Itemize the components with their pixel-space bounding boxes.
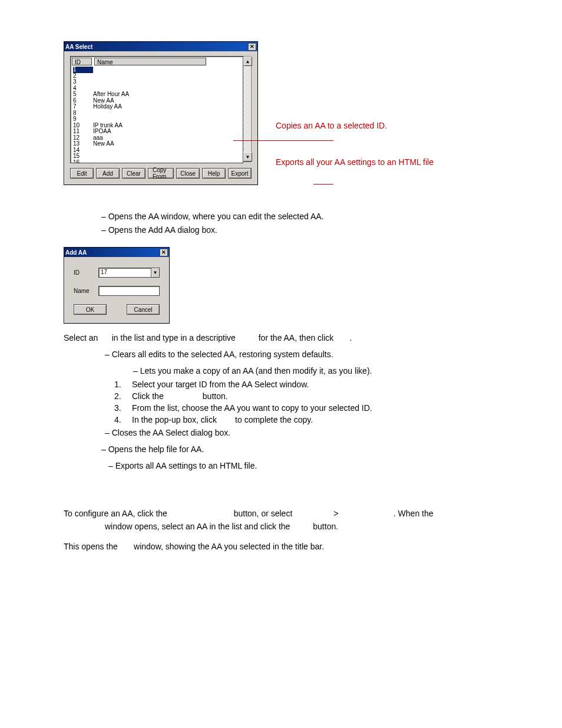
add-aa-window: Add AA ✕ ID 17 ▼ Name OK Cancel	[64, 247, 170, 324]
step-2: 2.Click the button.	[114, 391, 509, 401]
clear-button[interactable]: Clear	[122, 168, 146, 179]
list-row[interactable]: 15	[73, 153, 240, 160]
annotation-line	[313, 184, 333, 185]
step-1: 1.Select your target ID from the AA Sele…	[114, 380, 509, 389]
list-row[interactable]: 5After Hour AA	[73, 91, 240, 98]
desc-close: – Closes the AA Select dialog box.	[105, 427, 509, 440]
scroll-up-icon[interactable]: ▲	[243, 57, 252, 66]
chevron-down-icon[interactable]: ▼	[151, 268, 160, 278]
annotation-export: Exports all your AA settings to an HTML …	[276, 157, 434, 167]
desc-edit: – Opens the AA window, where you can edi…	[101, 210, 509, 223]
list-row[interactable]: 9	[73, 116, 240, 123]
help-button[interactable]: Help	[202, 168, 226, 179]
list-row[interactable]: 11IPOAA	[73, 129, 240, 135]
list-row[interactable]: 8	[73, 110, 240, 117]
list-row[interactable]: 1	[73, 67, 240, 73]
annotation-line	[233, 140, 333, 141]
ok-button[interactable]: OK	[74, 304, 107, 315]
edit-button[interactable]: Edit	[70, 168, 94, 179]
name-input[interactable]	[98, 286, 160, 296]
para-select-an: Select an in the list and type in a desc…	[64, 332, 509, 345]
add-aa-title: Add AA	[65, 249, 87, 256]
aa-select-window: AA Select ✕ ID Name 12345After Hour AA6N…	[64, 41, 258, 185]
step-3: 3.From the list, choose the AA you want …	[114, 403, 509, 413]
config-para-3: This opens the window, showing the AA yo…	[64, 541, 509, 554]
id-combobox[interactable]: 17 ▼	[98, 268, 160, 278]
desc-clear: – Clears all edits to the selected AA, r…	[105, 348, 509, 361]
aa-select-title: AA Select	[65, 44, 92, 50]
copy-from-button[interactable]: Copy From	[148, 168, 174, 179]
col-id-header[interactable]: ID	[72, 58, 92, 65]
export-button[interactable]: Export	[228, 168, 252, 179]
add-aa-titlebar[interactable]: Add AA ✕	[64, 248, 169, 257]
cancel-button[interactable]: Cancel	[127, 304, 160, 315]
config-para-2: window opens, select an AA in the list a…	[105, 521, 509, 533]
step-4: 4.In the pop-up box, click to complete t…	[114, 415, 509, 424]
list-row[interactable]: 14	[73, 147, 240, 154]
list-row[interactable]: 13New AA	[73, 141, 240, 147]
desc-copyfrom: – Lets you make a copy of an AA (and the…	[133, 365, 509, 378]
close-button[interactable]: Close	[176, 168, 200, 179]
list-row[interactable]: 3	[73, 79, 240, 85]
config-para-1: To configure an AA, click the button, or…	[64, 508, 509, 521]
desc-help: – Opens the help file for AA.	[101, 443, 509, 456]
close-icon[interactable]: ✕	[160, 249, 168, 256]
add-button[interactable]: Add	[96, 168, 120, 179]
close-icon[interactable]: ✕	[248, 43, 256, 51]
list-row[interactable]: 7Holiday AA	[73, 104, 240, 110]
col-name-header[interactable]: Name	[94, 58, 206, 65]
desc-add: – Opens the Add AA dialog box.	[101, 223, 509, 236]
aa-listbox[interactable]: ID Name 12345After Hour AA6New AA7Holida…	[70, 56, 243, 163]
id-value[interactable]: 17	[98, 268, 151, 278]
list-row[interactable]: 16	[73, 160, 240, 164]
desc-export: – Exports all AA settings to an HTML fil…	[108, 460, 509, 473]
name-label: Name	[74, 288, 98, 294]
annotation-copyfrom: Copies an AA to a selected ID.	[276, 120, 434, 131]
scrollbar[interactable]: ▲ ▼	[243, 56, 252, 162]
aa-select-titlebar[interactable]: AA Select ✕	[64, 42, 257, 51]
list-row[interactable]: 2	[73, 73, 240, 80]
id-label: ID	[74, 269, 98, 276]
scroll-down-icon[interactable]: ▼	[243, 152, 252, 162]
